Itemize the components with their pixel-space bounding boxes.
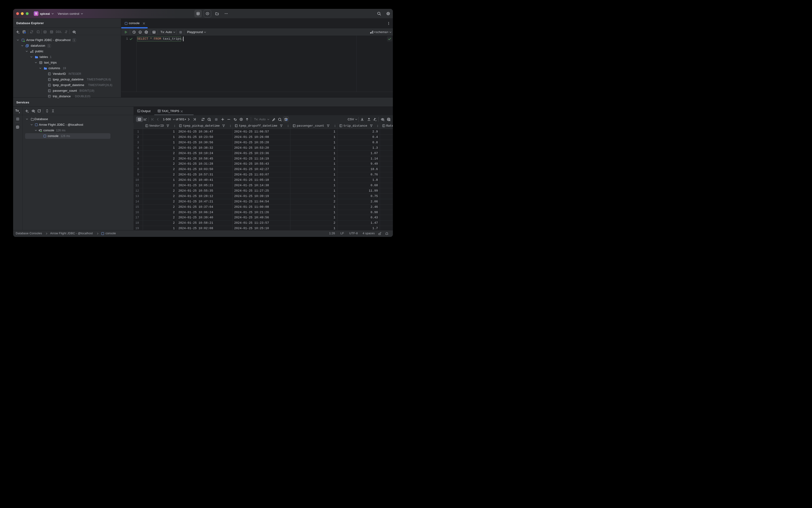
svg-text:p: p: [140, 31, 141, 33]
